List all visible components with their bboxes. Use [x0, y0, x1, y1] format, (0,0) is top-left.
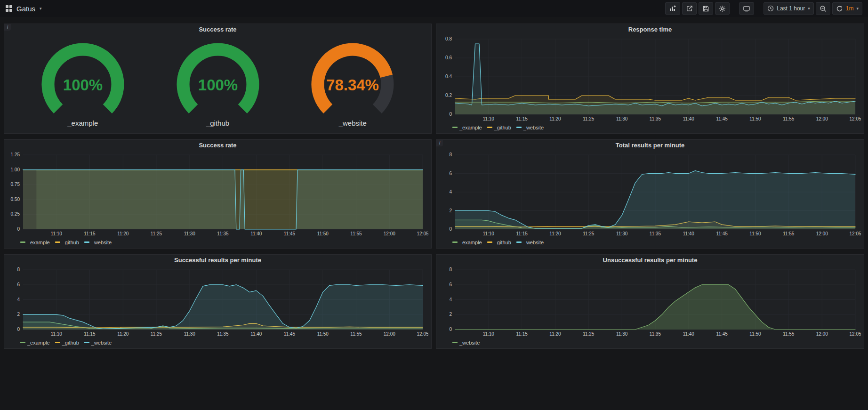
svg-text:11:50: 11:50: [317, 231, 329, 236]
svg-text:11:40: 11:40: [683, 231, 695, 236]
legend-item-_example[interactable]: _example: [452, 125, 482, 130]
save-button[interactable]: [699, 2, 713, 15]
chart-legend: _example_github_website: [436, 123, 864, 133]
legend-item-_website[interactable]: _website: [516, 125, 544, 130]
legend-item-_example[interactable]: _example: [20, 340, 50, 346]
chart-canvas[interactable]: 11:1011:1511:2011:2511:3011:3511:4011:45…: [439, 35, 861, 123]
legend-swatch: [516, 241, 522, 243]
legend-label: _example: [27, 340, 50, 346]
info-icon[interactable]: i: [436, 140, 443, 146]
chart-canvas[interactable]: 11:1011:1511:2011:2511:3011:3511:4011:45…: [7, 266, 428, 338]
legend-label: _website: [523, 240, 544, 245]
navbar-actions: Last 1 hour ▾ 1m ▾: [665, 2, 862, 15]
share-button[interactable]: [682, 2, 697, 15]
svg-text:0: 0: [17, 327, 20, 332]
apps-grid-icon[interactable]: [6, 5, 12, 12]
svg-text:11:25: 11:25: [151, 331, 162, 337]
panel-title[interactable]: Unsuccessful results per minute: [436, 255, 864, 266]
svg-text:0.75: 0.75: [11, 182, 20, 187]
legend-swatch: [516, 127, 522, 128]
share-icon: [686, 5, 693, 12]
svg-text:12:00: 12:00: [816, 331, 828, 337]
panel-successful-results: Successful results per minute 11:1011:15…: [4, 254, 432, 349]
svg-text:0.6: 0.6: [445, 55, 452, 60]
gauge-label: _website: [339, 119, 367, 127]
legend-label: _example: [27, 240, 50, 245]
legend-item-_example[interactable]: _example: [452, 240, 482, 245]
panel-title[interactable]: Success rate: [4, 140, 431, 151]
legend-item-_website[interactable]: _website: [516, 240, 544, 245]
legend-swatch: [20, 241, 25, 243]
dashboard-title[interactable]: Gatus: [16, 5, 35, 13]
navbar-left: Gatus ▾: [6, 5, 42, 13]
chevron-down-icon: ▾: [808, 7, 810, 11]
gauge-value: 78.34%: [326, 76, 379, 94]
legend-swatch: [452, 342, 458, 343]
svg-text:11:25: 11:25: [583, 231, 595, 236]
chart-canvas[interactable]: 11:1011:1511:2011:2511:3011:3511:4011:45…: [7, 151, 428, 238]
svg-text:11:10: 11:10: [51, 231, 63, 236]
chart-canvas[interactable]: 11:1011:1511:2011:2511:3011:3511:4011:45…: [439, 151, 861, 238]
info-icon[interactable]: i: [4, 24, 11, 31]
refresh-icon: [836, 5, 843, 12]
svg-text:11:40: 11:40: [683, 331, 695, 337]
legend-item-_github[interactable]: _github: [487, 125, 511, 130]
legend-label: _example: [459, 240, 482, 245]
svg-text:11:10: 11:10: [483, 116, 495, 121]
panel-title[interactable]: Successful results per minute: [4, 255, 431, 266]
svg-text:12:00: 12:00: [384, 331, 395, 337]
tv-kiosk-button[interactable]: [739, 2, 754, 15]
panel-title[interactable]: Total results per minute: [436, 140, 864, 151]
svg-text:11:40: 11:40: [683, 116, 695, 121]
svg-text:12:05: 12:05: [849, 231, 861, 236]
svg-text:11:10: 11:10: [51, 331, 63, 337]
svg-text:11:30: 11:30: [184, 331, 196, 337]
legend-swatch: [55, 342, 60, 343]
dashboard-grid: i Success rate 100%_example100%_github78…: [0, 17, 868, 349]
legend-item-_github[interactable]: _github: [55, 240, 79, 245]
chart-legend: _website: [436, 338, 864, 348]
svg-text:11:35: 11:35: [217, 231, 229, 236]
svg-text:2: 2: [449, 312, 452, 317]
legend-item-_website[interactable]: _website: [84, 340, 112, 346]
panel-title[interactable]: Success rate: [4, 24, 431, 35]
legend-item-_website[interactable]: _website: [84, 240, 112, 245]
svg-text:0.2: 0.2: [445, 93, 452, 98]
svg-text:11:20: 11:20: [549, 331, 561, 337]
svg-text:2: 2: [17, 312, 20, 317]
legend-item-_example[interactable]: _example: [20, 240, 50, 245]
svg-text:1.00: 1.00: [11, 167, 20, 172]
navbar: Gatus ▾ Last 1 hour ▾: [0, 0, 868, 17]
zoom-out-button[interactable]: [816, 2, 830, 15]
grafana-app: Gatus ▾ Last 1 hour ▾: [0, 0, 868, 349]
legend-label: _example: [459, 125, 482, 130]
gauge-svg: 100%: [26, 42, 139, 121]
svg-text:11:10: 11:10: [483, 331, 495, 337]
gauge-value: 100%: [198, 76, 237, 94]
svg-text:12:00: 12:00: [816, 231, 828, 236]
refresh-interval-label: 1m: [846, 5, 854, 12]
gauge-label: _example: [67, 119, 98, 127]
gauge-row: 100%_example100%_github78.34%_website: [4, 35, 431, 133]
settings-button[interactable]: [715, 2, 730, 15]
time-range-picker[interactable]: Last 1 hour ▾: [764, 2, 814, 15]
legend-item-_github[interactable]: _github: [55, 340, 79, 346]
gauge-_example: 100%_example: [26, 42, 139, 127]
gauge-_website: 78.34%_website: [296, 42, 409, 127]
legend-item-_website[interactable]: _website: [452, 340, 480, 346]
svg-text:12:05: 12:05: [417, 331, 428, 337]
panel-title[interactable]: Response time: [436, 24, 864, 35]
chart-canvas[interactable]: 11:1011:1511:2011:2511:3011:3511:4011:45…: [439, 266, 861, 338]
legend-item-_github[interactable]: _github: [487, 240, 511, 245]
svg-text:0.25: 0.25: [11, 211, 20, 217]
svg-text:11:50: 11:50: [749, 231, 761, 236]
svg-text:11:15: 11:15: [516, 331, 528, 337]
add-panel-button[interactable]: [665, 2, 680, 15]
settings-gear-icon: [719, 5, 726, 12]
svg-text:11:45: 11:45: [716, 231, 728, 236]
svg-text:11:10: 11:10: [483, 231, 495, 236]
svg-text:11:20: 11:20: [549, 231, 561, 236]
refresh-button[interactable]: 1m ▾: [832, 2, 862, 15]
svg-text:11:25: 11:25: [583, 116, 595, 121]
svg-text:4: 4: [449, 297, 452, 302]
